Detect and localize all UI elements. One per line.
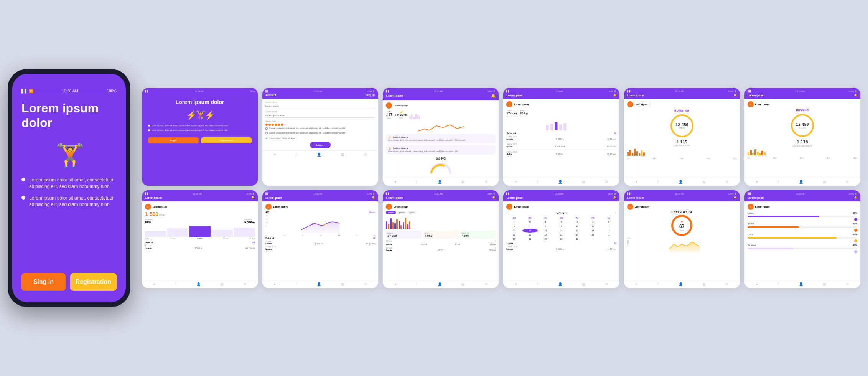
nav-share12[interactable]: ⤴ [777, 282, 779, 286]
nav-heart4[interactable]: ♥ [515, 180, 517, 184]
s1-dot1 [148, 125, 150, 127]
nav-heart8[interactable]: ♥ [274, 282, 276, 286]
nav-person4[interactable]: 👤 [558, 180, 562, 184]
nav-grid8[interactable]: ▦ [341, 282, 344, 286]
nav-person11[interactable]: 👤 [679, 282, 683, 286]
screen-profile-body: L Lorem ipsum Lorem 174 cm Ipsum 65 kg [503, 99, 619, 178]
nav-grid11[interactable]: ▦ [702, 282, 706, 286]
activity-row1: 17 Mar 2018 Lorem 8 566 m 44:13 min [506, 135, 616, 142]
prev-month[interactable]: ‹ [506, 211, 507, 214]
nav-grid9[interactable]: ▦ [461, 282, 465, 286]
month-nav: ‹ MARCH › [506, 211, 616, 214]
nav-grid3[interactable]: ▦ [461, 180, 465, 184]
nav-person8[interactable]: 👤 [317, 282, 321, 286]
bell-icon-12[interactable]: 🔔 [854, 196, 857, 199]
nav-share9[interactable]: ⤴ [416, 282, 418, 286]
bell-icon[interactable]: 🔔 [491, 94, 496, 98]
nav-gear4[interactable]: ⚙ [605, 180, 608, 184]
bell-icon-4[interactable]: 🔔 [613, 94, 616, 97]
s1-dumbbell: ⚡🏋⚡ [145, 110, 255, 120]
nav-heart[interactable]: ♥ [274, 153, 276, 157]
screen-calories-header: ▋▋ 10:30 AM 100% 🔋 Lorem ipsum 🔔 [142, 190, 258, 201]
nav-grid4[interactable]: ▦ [582, 180, 585, 184]
nav-heart5[interactable]: ♥ [635, 180, 637, 184]
nav-gear10[interactable]: ⚙ [605, 282, 608, 286]
nav-gear11[interactable]: ⚙ [725, 282, 728, 286]
nav-gear8[interactable]: ⚙ [364, 282, 367, 286]
nav-heart12[interactable]: ♥ [756, 282, 758, 286]
nav-share8[interactable]: ⤴ [295, 282, 297, 286]
s1-signin[interactable]: Sing in [148, 137, 199, 143]
nav-heart3[interactable]: ♥ [394, 180, 396, 184]
nav-gear7[interactable]: ⚙ [244, 282, 247, 286]
nav-share10[interactable]: ⤴ [537, 282, 539, 286]
nav-person7[interactable]: 👤 [196, 282, 201, 286]
nav-heart9[interactable]: ♥ [394, 282, 396, 286]
nav-share3[interactable]: ⤴ [416, 180, 418, 184]
slider-dot-4[interactable] [854, 250, 857, 253]
phone-buttons: Sing in Registration [21, 273, 117, 291]
bullet-dot-2 [21, 196, 25, 200]
nav-grid6[interactable]: ▦ [823, 180, 826, 184]
nav-gear6[interactable]: ⚙ [846, 180, 849, 184]
nav-person6[interactable]: 👤 [799, 180, 803, 184]
signin-button[interactable]: Sing in [21, 273, 66, 291]
bell-icon-6[interactable]: 🔔 [854, 94, 857, 97]
nav-person9[interactable]: 👤 [438, 282, 442, 286]
status-bar: ▋▋ 🛜 10:30 AM 100% [21, 89, 117, 93]
nav-gear[interactable]: ⚙ [364, 153, 367, 157]
bell-icon-5[interactable]: 🔔 [733, 94, 737, 97]
avatar-month: L [265, 204, 272, 210]
nav-grid5[interactable]: ▦ [702, 180, 706, 184]
pill-dolor[interactable]: Dolor [407, 211, 416, 214]
bell-icon-8[interactable]: 🔔 [372, 196, 375, 199]
nav-person3[interactable]: 👤 [438, 180, 442, 184]
mini-bars [409, 110, 496, 120]
health-card2: 🏃 Lorem ipsum Lorem ipsum dolor sit amet… [386, 145, 496, 155]
pill-ipsum[interactable]: Ipsum [397, 211, 407, 214]
bell-icon-7[interactable]: 🔔 [251, 196, 255, 199]
nav-share6[interactable]: ⤴ [777, 180, 779, 184]
screen-health: ▋▋ 10:30 AM 100% 🔋 Lorem ipsum 🔔 L Lorem… [383, 88, 499, 186]
nav-share[interactable]: ⤴ [295, 153, 297, 157]
register-button[interactable]: Registration [70, 273, 117, 291]
nav-share4[interactable]: ⤴ [537, 180, 539, 184]
pill-lorem[interactable]: Lorem [386, 211, 395, 214]
nav-share11[interactable]: ⤴ [657, 282, 659, 286]
slider-dot-1[interactable] [854, 218, 857, 221]
prog-ipsum-track [748, 226, 857, 228]
nav-share5[interactable]: ⤴ [657, 180, 659, 184]
bottom-nav-10: ♥ ⤴ 👤 ▦ ⚙ [503, 280, 619, 288]
nav-grid[interactable]: ▦ [341, 153, 344, 157]
nav-heart11[interactable]: ♥ [635, 282, 637, 286]
bell-icon-9[interactable]: 🔔 [492, 196, 496, 199]
screen-heart-rate: ▋▋ 10:30 AM 100% 🔋 Lorem ipsum 🔔 L Lorem… [624, 190, 740, 288]
nav-person[interactable]: 👤 [317, 153, 321, 157]
s1-register[interactable]: Registration [201, 137, 252, 143]
nav-grid12[interactable]: ▦ [823, 282, 826, 286]
bullet-2: Lorem ipsum dolor sit amet, consectetuer… [21, 195, 117, 208]
next-month[interactable]: › [615, 211, 616, 214]
nav-grid10[interactable]: ▦ [582, 282, 585, 286]
nav-share7[interactable]: ⤴ [175, 282, 177, 286]
nav-person5[interactable]: 👤 [679, 180, 683, 184]
slider-dot-3[interactable] [854, 239, 857, 242]
nav-person10[interactable]: 👤 [558, 282, 562, 286]
chart-x-labels: 5m 10m 15m 20m 25m [627, 157, 737, 160]
screen-progress-header: ▋▋ 10:30 AM 100% 🔋 Lorem ipsum 🔔 [744, 190, 860, 201]
nav-gear9[interactable]: ⚙ [484, 282, 488, 286]
next-btn[interactable]: Lorem › [310, 142, 331, 148]
distance-bars [748, 148, 857, 155]
nav-heart10[interactable]: ♥ [515, 282, 517, 286]
nav-person12[interactable]: 👤 [799, 282, 803, 286]
nav-gear5[interactable]: ⚙ [725, 180, 728, 184]
slider-dot-2[interactable] [854, 229, 857, 232]
nav-grid7[interactable]: ▦ [220, 282, 224, 286]
bell-icon-11[interactable]: 🔔 [733, 196, 737, 199]
bell-icon-10[interactable]: 🔔 [613, 196, 616, 199]
nav-gear3[interactable]: ⚙ [484, 180, 488, 184]
nav-heart6[interactable]: ♥ [756, 180, 758, 184]
nav-gear12[interactable]: ⚙ [846, 282, 849, 286]
weight-display: 63 kg [386, 156, 496, 160]
nav-heart7[interactable]: ♥ [153, 282, 155, 286]
